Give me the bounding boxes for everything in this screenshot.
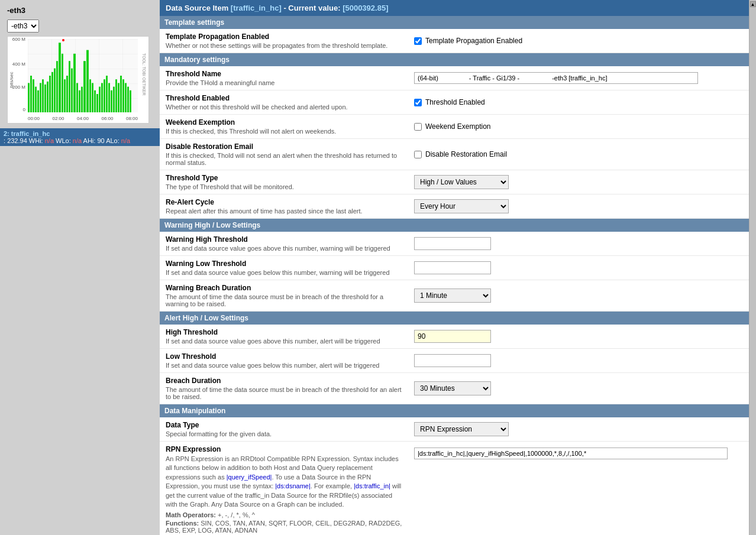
query-ifspeed-link[interactable]: |query_ifSpeed| bbox=[227, 474, 272, 481]
svg-rect-2 bbox=[28, 83, 30, 112]
table-row: Template Propagation Enabled Whether or … bbox=[160, 29, 749, 53]
svg-rect-11 bbox=[49, 76, 51, 112]
svg-rect-44 bbox=[130, 90, 131, 112]
svg-rect-8 bbox=[42, 79, 44, 112]
svg-rect-19 bbox=[69, 61, 70, 112]
scrollbar-track bbox=[750, 7, 756, 535]
table-row: Breach Duration The amount of time the d… bbox=[160, 373, 749, 404]
ds-traffic-link[interactable]: |ds:traffic_in| bbox=[354, 482, 390, 489]
svg-rect-38 bbox=[115, 79, 117, 112]
svg-rect-28 bbox=[92, 83, 93, 112]
graph-container: 600 M 400 M 200 M 0 bits/sec bbox=[7, 36, 149, 124]
warning-breach-select[interactable]: 1 Minute 5 Minutes 15 Minutes 30 Minutes bbox=[414, 288, 491, 303]
svg-rect-24 bbox=[81, 87, 83, 112]
field-label-warning-low: Warning Low Threshold bbox=[166, 260, 402, 268]
field-desc-data-type: Special formatting for the given data. bbox=[166, 430, 402, 437]
tool-label: TOOL: TOBI OETIKER bbox=[139, 37, 148, 112]
field-label-warning-high: Warning High Threshold bbox=[166, 235, 402, 244]
svg-rect-10 bbox=[47, 82, 49, 112]
svg-rect-36 bbox=[111, 90, 112, 112]
svg-point-1 bbox=[62, 39, 64, 41]
status-wlo-val: n/a bbox=[73, 137, 82, 144]
field-desc-high-threshold: If set and data source value goes above … bbox=[166, 338, 402, 345]
data-type-select[interactable]: RPN Expression Normal Absolute Gauge bbox=[414, 422, 509, 436]
ds-dsname-link[interactable]: |ds:dsname| bbox=[275, 482, 311, 489]
svg-rect-12 bbox=[51, 72, 53, 112]
table-row: Threshold Type The type of Threshold tha… bbox=[160, 170, 749, 194]
svg-rect-13 bbox=[54, 69, 56, 112]
threshold-name-input[interactable] bbox=[414, 72, 698, 84]
x-axis: 00:00 02:00 04:00 06:00 08:00 bbox=[28, 114, 138, 123]
field-label-low-threshold: Low Threshold bbox=[166, 352, 402, 361]
disable-restoration-checkbox[interactable] bbox=[414, 151, 422, 158]
ds-header: Data Source Item [traffic_in_hc] - Curre… bbox=[160, 0, 749, 16]
svg-rect-7 bbox=[40, 83, 41, 112]
svg-rect-31 bbox=[99, 87, 101, 112]
table-row: Warning Breach Duration The amount of ti… bbox=[160, 280, 749, 312]
table-row: Data Type Special formatting for the giv… bbox=[160, 417, 749, 442]
status-whi-label: WHi: bbox=[29, 137, 45, 144]
high-threshold-input[interactable] bbox=[414, 330, 491, 343]
weekend-exemption-label: Weekend Exemption bbox=[425, 122, 491, 131]
right-scrollbar[interactable]: ▲ ▼ bbox=[749, 0, 756, 535]
field-desc-template-propagation: Whether or not these settings will be pr… bbox=[166, 42, 402, 49]
field-label-rpn: RPN Expression bbox=[166, 445, 402, 453]
section-warning-settings: Warning High / Low Settings bbox=[160, 219, 749, 232]
field-label-threshold-type: Threshold Type bbox=[166, 174, 402, 182]
threshold-enabled-checkbox[interactable] bbox=[414, 99, 422, 106]
svg-rect-18 bbox=[66, 76, 68, 112]
svg-rect-23 bbox=[79, 90, 80, 112]
field-label-threshold-name: Threshold Name bbox=[166, 70, 402, 78]
status-ahi-val: 90 bbox=[97, 137, 104, 144]
field-label-realert-cycle: Re-Alert Cycle bbox=[166, 198, 402, 206]
low-threshold-input[interactable] bbox=[414, 354, 491, 367]
field-desc-warning-high: If set and data source value goes above … bbox=[166, 245, 402, 252]
field-label-disable-restoration: Disable Restoration Email bbox=[166, 142, 402, 151]
breach-duration-select[interactable]: 1 Minute 5 Minutes 15 Minutes 30 Minutes bbox=[414, 381, 491, 395]
field-label-breach-duration: Breach Duration bbox=[166, 377, 402, 385]
field-label-weekend-exemption: Weekend Exemption bbox=[166, 118, 402, 127]
svg-rect-35 bbox=[108, 83, 110, 112]
template-propagation-checkbox[interactable] bbox=[414, 37, 422, 45]
svg-rect-15 bbox=[59, 43, 61, 112]
threshold-type-select[interactable]: High / Low Values Normal Baseline bbox=[414, 175, 509, 189]
realert-cycle-select[interactable]: Every Hour Every 30 Min Every 2 Hours Ne… bbox=[414, 199, 509, 213]
status-alo-label: ALo: bbox=[106, 137, 121, 144]
status-bar: 2: traffic_in_hc : 232.94 WHi: n/a WLo: … bbox=[0, 128, 160, 146]
section-mandatory-settings: Mandatory settings bbox=[160, 53, 749, 66]
weekend-exemption-checkbox[interactable] bbox=[414, 123, 422, 131]
rpn-expression-input[interactable] bbox=[414, 448, 728, 459]
field-label-threshold-enabled: Threshold Enabled bbox=[166, 94, 402, 102]
scrollbar-up-arrow[interactable]: ▲ bbox=[750, 1, 756, 7]
table-row: Disable Restoration Email If this is che… bbox=[160, 139, 749, 170]
svg-rect-21 bbox=[73, 54, 76, 112]
field-desc-threshold-name: Provide the THold a meaningful name bbox=[166, 79, 402, 86]
device-select[interactable]: -eth3 bbox=[7, 20, 39, 33]
svg-rect-26 bbox=[86, 50, 89, 112]
bits-sec-label: bits/sec bbox=[9, 72, 14, 87]
field-desc-threshold-type: The type of Threshold that will be monit… bbox=[166, 183, 402, 190]
table-row: Warning Low Threshold If set and data so… bbox=[160, 256, 749, 280]
svg-rect-32 bbox=[101, 83, 103, 112]
svg-rect-4 bbox=[33, 79, 34, 112]
svg-rect-27 bbox=[89, 79, 91, 112]
svg-rect-16 bbox=[62, 54, 63, 112]
svg-rect-6 bbox=[37, 90, 39, 112]
field-desc-threshold-enabled: Whether or not this threshold will be ch… bbox=[166, 103, 402, 111]
svg-rect-17 bbox=[64, 79, 66, 112]
table-row: Weekend Exemption If this is checked, th… bbox=[160, 115, 749, 139]
disable-restoration-label: Disable Restoration Email bbox=[425, 150, 507, 158]
warning-low-input[interactable] bbox=[414, 261, 491, 274]
svg-rect-29 bbox=[94, 90, 96, 112]
table-row: Low Threshold If set and data source val… bbox=[160, 349, 749, 373]
warning-high-input[interactable] bbox=[414, 237, 491, 250]
svg-rect-34 bbox=[106, 76, 108, 112]
svg-rect-41 bbox=[122, 79, 124, 112]
svg-rect-9 bbox=[44, 85, 46, 112]
status-cur-val: 232.94 bbox=[7, 137, 27, 144]
svg-rect-3 bbox=[30, 76, 32, 112]
table-row: Threshold Name Provide the THold a meani… bbox=[160, 66, 749, 90]
table-row: Warning High Threshold If set and data s… bbox=[160, 232, 749, 256]
field-label-template-propagation: Template Propagation Enabled bbox=[166, 33, 402, 41]
template-propagation-label: Template Propagation Enabled bbox=[425, 37, 522, 45]
